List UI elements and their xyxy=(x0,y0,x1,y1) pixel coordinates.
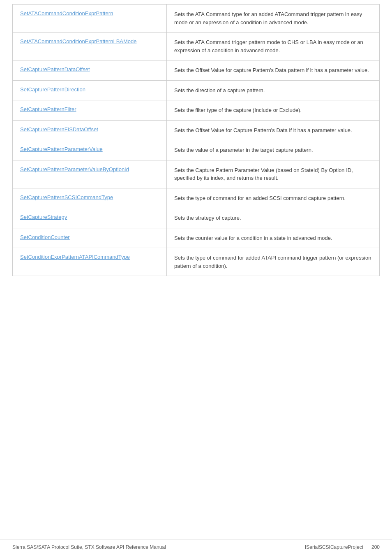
table-row: SetCapturePatternFISDataOffsetSets the O… xyxy=(13,120,380,140)
api-description-cell: Sets the ATA Command type for an added A… xyxy=(167,5,380,33)
api-link-cell: SetCapturePatternFISDataOffset xyxy=(13,120,167,140)
table-row: SetCapturePatternDataOffsetSets the Offs… xyxy=(13,60,380,81)
api-link-cell: SetCaptureStrategy xyxy=(13,208,167,228)
table-row: SetCapturePatternParameterValueByOptionI… xyxy=(13,160,380,188)
table-row: SetCapturePatternParameterValueSets the … xyxy=(13,140,380,160)
api-link-cell: SetATACommandConditionExprPatternLBAMode xyxy=(13,33,167,60)
table-row: SetConditionCounterSets the counter valu… xyxy=(13,228,380,248)
footer-project: ISerialSCSICaptureProject xyxy=(305,544,363,550)
api-link[interactable]: SetCapturePatternDataOffset xyxy=(20,66,90,72)
api-description-cell: Sets the ATA Command trigger pattern mod… xyxy=(167,33,380,60)
table-row: SetCaptureStrategySets the strategy of c… xyxy=(13,208,380,228)
footer-title: Sierra SAS/SATA Protocol Suite, STX Soft… xyxy=(12,544,166,550)
api-description-cell: Sets the type of command for an added SC… xyxy=(167,188,380,208)
footer-right: ISerialSCSICaptureProject 200 xyxy=(305,544,380,550)
api-link-cell: SetCapturePatternFilter xyxy=(13,100,167,121)
api-link-cell: SetCapturePatternParameterValueByOptionI… xyxy=(13,160,167,188)
api-link-cell: SetConditionCounter xyxy=(13,228,167,248)
api-link[interactable]: SetCaptureStrategy xyxy=(20,214,67,220)
api-link-cell: SetCapturePatternSCSICommandType xyxy=(13,188,167,208)
api-description-cell: Sets the Offset Value for Capture Patter… xyxy=(167,120,380,140)
api-description-cell: Sets the Offset Value for capture Patter… xyxy=(167,60,380,81)
table-row: SetCapturePatternDirectionSets the direc… xyxy=(13,80,380,100)
table-row: SetConditionExprPatternATAPICommandTypeS… xyxy=(13,248,380,276)
api-link[interactable]: SetCapturePatternParameterValueByOptionI… xyxy=(20,166,129,172)
api-link-cell: SetATACommandConditionExprPattern xyxy=(13,5,167,33)
api-link[interactable]: SetConditionCounter xyxy=(20,234,70,240)
api-link[interactable]: SetCapturePatternFilter xyxy=(20,106,76,112)
api-link[interactable]: SetConditionExprPatternATAPICommandType xyxy=(20,254,130,260)
api-link[interactable]: SetCapturePatternSCSICommandType xyxy=(20,194,113,200)
api-link[interactable]: SetATACommandConditionExprPattern xyxy=(20,10,113,16)
api-description-cell: Sets the type of command for added ATAPI… xyxy=(167,248,380,276)
api-description-cell: Sets the filter type of the capture (Inc… xyxy=(167,100,380,121)
table-row: SetCapturePatternSCSICommandTypeSets the… xyxy=(13,188,380,208)
footer: Sierra SAS/SATA Protocol Suite, STX Soft… xyxy=(0,539,392,555)
table-row: SetATACommandConditionExprPatternSets th… xyxy=(13,5,380,33)
footer-page: 200 xyxy=(371,544,380,550)
api-link[interactable]: SetCapturePatternDirection xyxy=(20,86,85,93)
api-description-cell: Sets the Capture Pattern Parameter Value… xyxy=(167,160,380,188)
table-row: SetATACommandConditionExprPatternLBAMode… xyxy=(13,33,380,60)
page-wrapper: SetATACommandConditionExprPatternSets th… xyxy=(0,0,392,555)
table-container: SetATACommandConditionExprPatternSets th… xyxy=(0,0,392,539)
api-link-cell: SetCapturePatternParameterValue xyxy=(13,140,167,160)
api-link-cell: SetCapturePatternDataOffset xyxy=(13,60,167,81)
api-link-cell: SetCapturePatternDirection xyxy=(13,80,167,100)
api-link[interactable]: SetCapturePatternFISDataOffset xyxy=(20,126,98,132)
api-description-cell: Sets the direction of a capture pattern. xyxy=(167,80,380,100)
api-link[interactable]: SetATACommandConditionExprPatternLBAMode xyxy=(20,38,137,44)
table-row: SetCapturePatternFilterSets the filter t… xyxy=(13,100,380,121)
api-description-cell: Sets the value of a parameter in the tar… xyxy=(167,140,380,160)
api-table: SetATACommandConditionExprPatternSets th… xyxy=(12,4,380,276)
api-description-cell: Sets the counter value for a condition i… xyxy=(167,228,380,248)
api-description-cell: Sets the strategy of capture. xyxy=(167,208,380,228)
api-link-cell: SetConditionExprPatternATAPICommandType xyxy=(13,248,167,276)
api-link[interactable]: SetCapturePatternParameterValue xyxy=(20,146,103,152)
